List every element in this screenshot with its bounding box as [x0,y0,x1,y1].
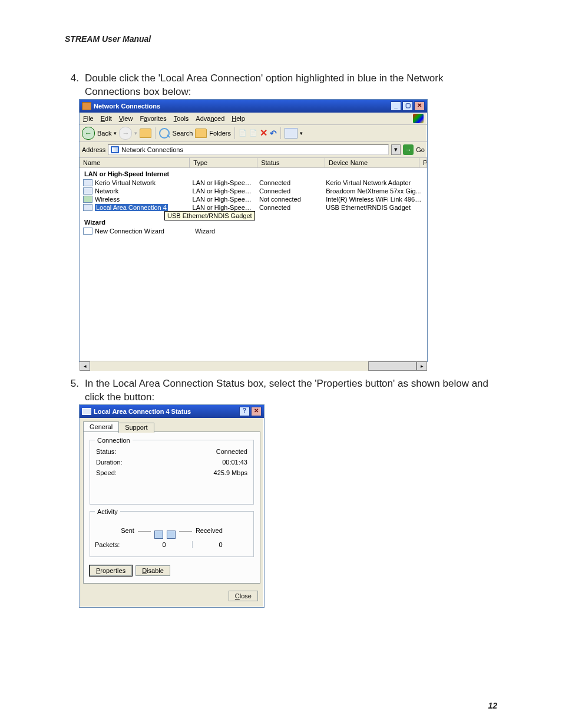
search-label[interactable]: Search [172,130,193,137]
views-dropdown[interactable]: ▾ [300,130,303,136]
forward-button[interactable]: → [119,127,132,140]
toolbar: ← Back ▾ → ▾ Search Folders 📄 📄 ✕ ↶ [80,125,427,142]
conn-status: Connected [256,179,322,186]
menu-edit[interactable]: Edit [101,115,112,122]
network-connections-window: Network Connections _ ▢ ✕ File Edit View… [79,99,428,362]
wireless-icon [83,196,92,203]
nc-title: Network Connections [94,103,389,110]
scroll-thumb[interactable] [368,361,416,371]
conn-type: LAN or High-Speed Inter... [189,179,256,186]
conn-device: Broadcom NetXtreme 57xx Gigabit ... [322,187,427,195]
go-label[interactable]: Go [416,146,425,153]
window-icon [82,102,91,110]
list-item[interactable]: Network LAN or High-Speed Inter... Conne… [80,187,427,195]
status-value: Connected [216,448,247,455]
connection-icon [82,408,91,415]
list-view[interactable]: Name Type Status Device Name Phone # or … [80,158,427,361]
tab-general[interactable]: General [83,421,119,431]
status-label: Status: [96,448,116,455]
step-4-text: Double click the 'Local Area Connection'… [85,72,497,99]
undo-icon[interactable]: ↶ [270,129,277,138]
col-extra[interactable]: Phone # or H [419,158,427,167]
lac-status-window: Local Area Connection 4 Status ? ✕ Gener… [79,404,265,608]
col-name[interactable]: Name [80,158,190,167]
wizard-icon [83,228,92,235]
col-device[interactable]: Device Name [325,158,419,167]
go-button[interactable]: → [403,144,414,155]
sent-value: 0 [136,541,192,548]
menu-tools[interactable]: Tools [174,115,189,122]
views-icon[interactable] [285,128,297,139]
delete-icon[interactable]: ✕ [260,127,267,139]
copy-to-icon[interactable]: 📄 [249,129,257,137]
folders-label[interactable]: Folders [209,130,231,137]
column-headers: Name Type Status Device Name Phone # or … [80,158,427,168]
conn-type: LAN or High-Speed Inter... [189,187,256,195]
maximize-button[interactable]: ▢ [402,101,413,111]
group-lan: LAN or High-Speed Internet [80,168,427,179]
conn-type: LAN or High-Speed Inter... [189,204,256,211]
move-to-icon[interactable]: 📄 [239,129,247,137]
menu-file[interactable]: File [83,115,94,122]
connection-icon [83,179,92,186]
help-button[interactable]: ? [239,407,250,416]
tab-body: Connection Status:Connected Duration:00:… [83,431,260,584]
menu-help[interactable]: Help [232,115,245,122]
menu-view[interactable]: View [119,115,133,122]
tooltip: USB Ethernet/RNDIS Gadget [164,211,255,220]
connection-legend: Connection [95,437,133,444]
step-5-number: 5. [65,377,79,404]
separator [280,127,281,139]
back-label[interactable]: Back [97,130,111,137]
back-button[interactable]: ← [82,127,95,140]
menu-favorites[interactable]: Favorites [140,115,166,122]
lac-title: Local Area Connection 4 Status [94,408,238,415]
folders-icon[interactable] [195,129,207,138]
up-button[interactable] [140,129,151,138]
step-5-text: In the Local Area Connection Status box,… [85,377,497,404]
disable-button[interactable]: Disable [135,565,170,576]
address-input[interactable]: Network Connections [108,144,389,155]
speed-label: Speed: [96,469,117,476]
conn-name-selected: Local Area Connection 4 [95,204,168,211]
horizontal-scrollbar[interactable]: ◂ ▸ [80,361,427,371]
nc-titlebar[interactable]: Network Connections _ ▢ ✕ [80,100,427,113]
conn-name: Kerio Virtual Network [95,179,156,186]
minimize-button[interactable]: _ [391,101,401,111]
scroll-right-button[interactable]: ▸ [416,361,427,371]
close-button[interactable]: ✕ [251,407,262,416]
list-item[interactable]: New Connection Wizard Wizard [80,227,427,235]
properties-button[interactable]: Properties [90,565,132,576]
forward-dropdown: ▾ [134,130,137,136]
conn-status: Connected [256,204,322,211]
duration-value: 00:01:43 [222,459,247,466]
menubar: File Edit View Favorites Tools Advanced … [80,113,427,125]
back-dropdown[interactable]: ▾ [114,130,117,136]
list-item-selected[interactable]: Local Area Connection 4 LAN or High-Spee… [80,203,427,212]
wizard-type: Wizard [191,228,260,235]
address-dropdown[interactable]: ▾ [391,144,401,155]
list-item[interactable]: Wireless LAN or High-Speed Inter... Not … [80,195,427,203]
activity-legend: Activity [95,508,120,515]
wizard-name: New Connection Wizard [95,228,164,235]
addressbar: Address Network Connections ▾ → Go [80,142,427,158]
menu-advanced[interactable]: Advanced [196,115,224,122]
received-value: 0 [193,541,249,548]
search-icon[interactable] [159,128,170,139]
list-item[interactable]: Kerio Virtual Network LAN or High-Speed … [80,179,427,187]
close-dialog-button[interactable]: Close [229,591,258,601]
col-status[interactable]: Status [257,158,325,167]
tab-support[interactable]: Support [118,423,154,433]
address-value: Network Connections [121,146,183,153]
connection-icon [83,204,92,211]
close-button[interactable]: ✕ [414,101,425,111]
connection-icon [83,187,92,195]
page-number: 12 [488,701,497,710]
scroll-left-button[interactable]: ◂ [80,361,90,371]
address-label: Address [82,146,105,153]
speed-value: 425.9 Mbps [214,469,247,476]
col-type[interactable]: Type [190,158,257,167]
conn-type: LAN or High-Speed Inter... [189,196,256,203]
lac-titlebar[interactable]: Local Area Connection 4 Status ? ✕ [80,405,264,418]
conn-status: Connected [256,187,322,195]
